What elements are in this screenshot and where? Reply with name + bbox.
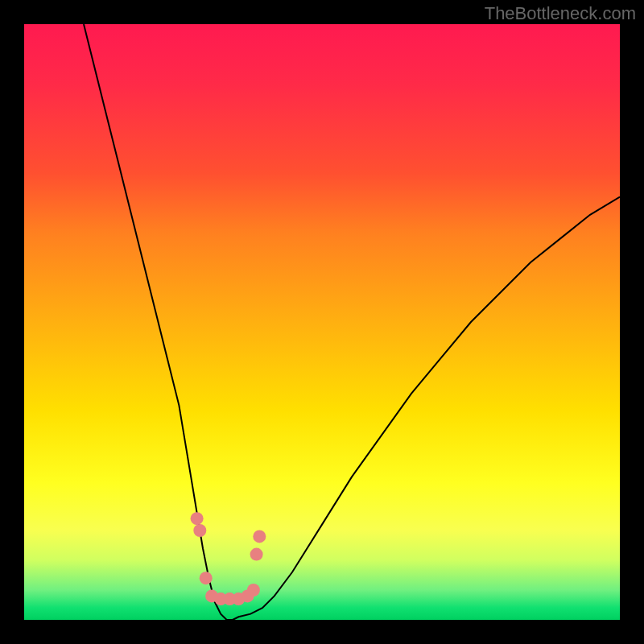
watermark-text: TheBottleneck.com: [485, 3, 636, 24]
bottleneck-chart: [24, 24, 620, 620]
